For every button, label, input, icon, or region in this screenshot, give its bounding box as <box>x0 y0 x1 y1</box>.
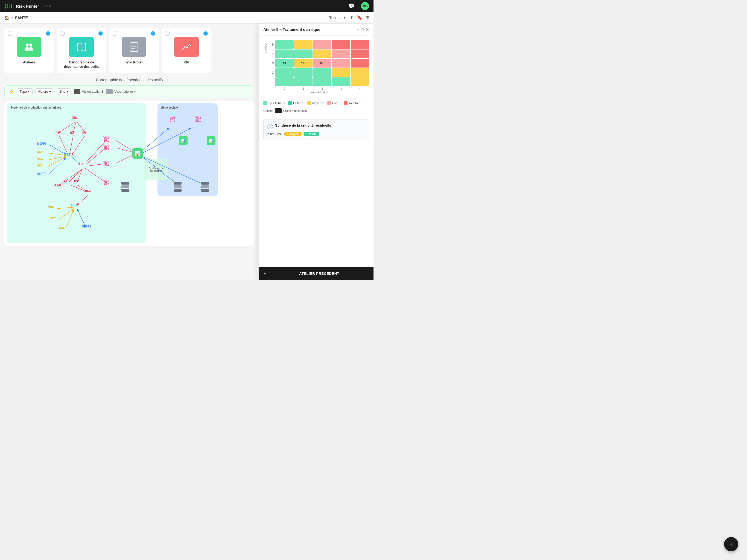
maximize-button[interactable]: □ <box>361 27 364 32</box>
cell-4-3 <box>313 50 331 58</box>
logo-icon: ⟨H⟩ <box>4 3 12 9</box>
matrix-container: Gravité 5 4 <box>259 36 374 98</box>
card-kpi[interactable]: 🌐 KPI <box>162 28 211 73</box>
nature-filter[interactable]: Nature ▾ <box>35 88 54 95</box>
cell-3-3: R... <box>313 59 331 68</box>
node-vm1er3: VM1ER3 <box>103 145 109 151</box>
legend-faible: Faible ⓘ <box>288 101 305 105</box>
node-r3: R3 <box>54 184 58 187</box>
synthesis-title: Synthèse de la criticité résiduelle <box>275 123 331 127</box>
svg-rect-4 <box>29 47 32 49</box>
svg-rect-5 <box>130 43 138 51</box>
legend-area: Très faible ⓘ Faible ⓘ Moyen ⓘ Fort ⓘ Tr… <box>259 98 374 116</box>
cell-1-4 <box>332 77 350 86</box>
chart-icon-main: 📊 <box>132 148 143 159</box>
card-icon-kpi <box>174 36 199 57</box>
cell-4-2 <box>294 50 312 58</box>
breadcrumb-bar: 🏠 > SANTÉ Trier par ▾ ⬆ 🔖 ⊞ <box>0 12 374 24</box>
matrix-x-label: Vraisemblance <box>270 91 369 94</box>
chat-icon[interactable]: 💬 <box>349 3 354 9</box>
cell-2-3 <box>313 68 331 77</box>
node-so5: SO5 <box>59 226 65 229</box>
db-stack <box>121 182 129 192</box>
synthesis-box: ⓘ Synthèse de la criticité résiduelle 6 … <box>263 119 369 140</box>
sort-button[interactable]: Trier par ▾ <box>329 16 345 20</box>
cell-5-4 <box>332 40 350 49</box>
cell-2-2 <box>294 68 312 77</box>
db-stack2 <box>174 182 182 192</box>
breadcrumb-home[interactable]: 🏠 <box>4 16 9 20</box>
node-r4-lower: R4 <box>63 180 67 183</box>
user-avatar[interactable]: MB <box>361 2 369 10</box>
previous-workshop-button[interactable]: ← ATELIER PRÉCÉDENT <box>259 267 374 280</box>
vision3-box <box>74 89 80 94</box>
node-mepp6: MEPP6 <box>37 142 47 145</box>
node-mepp7: MEPP7 <box>36 172 46 175</box>
filter-bar: ⚡ Type ▾ Nature ▾ Site ▾ Vision atelier … <box>4 85 254 98</box>
card-label-kpi: KPI <box>184 60 189 65</box>
node-r2: R2 <box>70 131 74 134</box>
risk-count: 6 risques : <box>267 132 282 136</box>
node-ss1: SS1 <box>71 203 77 207</box>
card-ateliers[interactable]: 🌐 Ateliers <box>4 28 54 73</box>
cell-1-1 <box>275 77 294 86</box>
card-checkbox[interactable] <box>8 31 12 35</box>
card-wiki[interactable]: 🌐 Wiki Projet <box>109 28 159 73</box>
logo-text: Risk Hunter <box>16 4 39 8</box>
db-stack3 <box>201 182 209 192</box>
info-icon-fo[interactable]: ⓘ <box>339 101 341 105</box>
section-title: Cartographie de dépendance des actifs <box>4 78 254 82</box>
cell-2-4 <box>332 68 350 77</box>
card-checkbox[interactable] <box>113 31 117 35</box>
site-filter[interactable]: Site ▾ <box>57 88 71 95</box>
node-vm1er1: VM1ER1 <box>103 136 109 142</box>
node-vm1er4: VM1ER4 <box>103 161 109 167</box>
panel-title: Atelier 5 – Traitement du risque <box>263 27 355 32</box>
info-icon-tf[interactable]: ⓘ <box>361 101 363 105</box>
node-vm1er2: VM1ER2 <box>103 180 109 186</box>
legend-moyen: Moyen ⓘ <box>307 101 325 105</box>
cell-4-1 <box>275 50 294 58</box>
bookmark-icon[interactable]: 🔖 <box>357 15 362 20</box>
close-button[interactable]: ✕ <box>366 27 369 32</box>
matrix-y-label: Gravité <box>264 43 268 52</box>
cell-4-4 <box>332 50 350 58</box>
synthesis-info-icon: ⓘ <box>267 124 273 129</box>
node-r1: R1 <box>74 180 78 183</box>
card-label-wiki: Wiki Projet <box>126 60 143 65</box>
card-label-cartographie: Cartographie de dépendance des actifs <box>61 60 102 69</box>
node-so3: SO3 <box>37 164 43 167</box>
synthesis-row: 6 risques : 5 moyen 1 faible <box>267 132 365 136</box>
node-ss2: SS2 <box>64 153 70 156</box>
type-filter[interactable]: Type ▾ <box>17 88 32 95</box>
node-so2: SO2 <box>50 217 56 220</box>
cell-3-1: R4 <box>275 59 294 68</box>
card-checkbox[interactable] <box>165 31 170 35</box>
minimize-button[interactable]: − <box>357 27 359 32</box>
card-icon-wiki <box>122 36 146 57</box>
grid-icon[interactable]: ⊞ <box>366 15 369 20</box>
filter-icon: ⚡ <box>8 89 14 94</box>
info-icon-m[interactable]: ⓘ <box>323 101 325 105</box>
svg-point-1 <box>29 44 32 46</box>
cell-5-1 <box>275 40 294 49</box>
cell-5-2 <box>294 40 312 49</box>
siege-label: siège sociale <box>161 106 178 109</box>
badge-moyen: 5 moyen <box>284 132 302 136</box>
info-icon-f[interactable]: ⓘ <box>302 101 305 105</box>
card-checkbox[interactable] <box>60 31 65 35</box>
cell-5-3 <box>313 40 331 49</box>
globe-icon: 🌐 <box>151 31 155 35</box>
cell-2-1 <box>275 68 294 77</box>
logo-version: 1.27.0 <box>42 4 51 8</box>
systems-bubble <box>6 103 146 243</box>
export-icon[interactable]: ⬆ <box>350 15 354 20</box>
panel-header: Atelier 5 – Traitement du risque − □ ✕ <box>259 24 374 36</box>
arrow-left-icon: ← <box>263 271 267 276</box>
info-icon-vf[interactable]: ⓘ <box>283 101 286 105</box>
cell-3-5 <box>351 59 369 68</box>
legend-tres-faible: Très faible ⓘ <box>263 101 286 105</box>
criticality-residual-label: Criticité résiduelle <box>283 109 307 112</box>
card-cartographie[interactable]: 🌐 Cartographie de dépendance des actifs <box>57 28 106 73</box>
cell-1-3 <box>313 77 331 86</box>
